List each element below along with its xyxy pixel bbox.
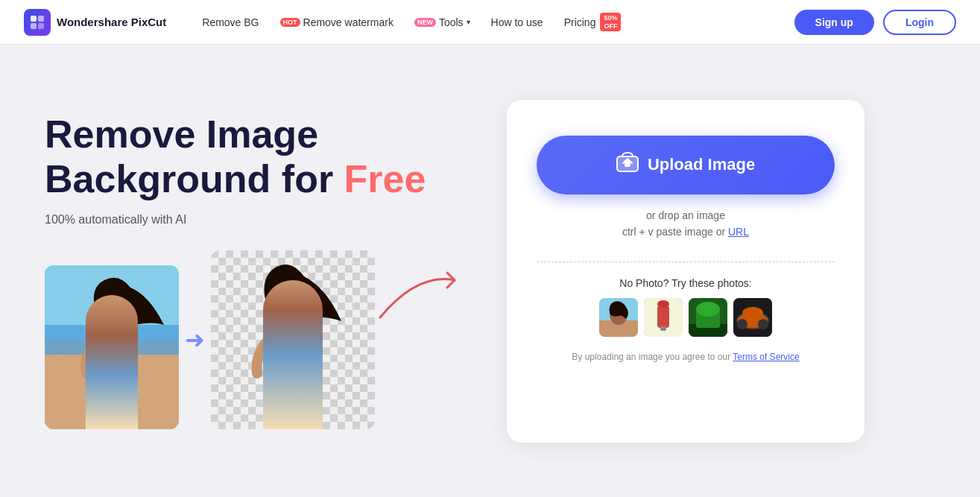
arrow-right-icon: ➜ [185,326,205,354]
chevron-down-icon: ▾ [467,18,470,26]
no-photo-text: No Photo? Try these photos: [619,277,751,289]
sample-photos [599,298,772,337]
svg-rect-1 [38,16,44,22]
login-button[interactable]: Login [883,10,956,35]
paste-text: ctrl + v paste image or URL [622,226,749,238]
hero-section: Remove Image Background for Free 100% au… [0,45,980,497]
divider [537,262,835,262]
new-badge: NEW [414,18,436,27]
demo-processed-image [211,250,375,429]
svg-rect-6 [45,355,179,429]
sample-photo-4[interactable] [733,298,772,337]
nav-links: Remove BG HOT Remove watermark NEW Tools… [202,13,770,32]
upload-image-button[interactable]: Upload Image [537,136,835,194]
sample-photo-3[interactable] [689,298,727,337]
pricing-discount-badge: 50% OFF [600,13,621,32]
upload-panel: Upload Image or drop an image ctrl + v p… [507,100,864,443]
logo[interactable]: Wondershare PixCut [24,9,166,36]
demo-area: ➜ [45,250,477,429]
signup-button[interactable]: Sign up [794,10,874,35]
svg-point-29 [696,302,720,317]
nav-how-to-use[interactable]: How to use [491,16,543,28]
svg-point-33 [737,319,747,329]
nav-remove-bg[interactable]: Remove BG [202,16,259,28]
nav-tools[interactable]: NEW Tools ▾ [414,16,470,28]
svg-point-24 [657,300,669,308]
drop-text: or drop an image [646,209,725,221]
curved-arrow-decoration [373,265,462,325]
svg-rect-8 [98,335,125,380]
svg-rect-3 [38,23,44,29]
svg-point-14 [266,288,305,332]
upload-icon [616,152,639,178]
navbar: Wondershare PixCut Remove BG HOT Remove … [0,0,980,45]
svg-point-35 [742,307,763,319]
hero-left: Remove Image Background for Free 100% au… [45,113,477,430]
logo-text: Wondershare PixCut [57,16,166,28]
nav-actions: Sign up Login [794,10,956,35]
svg-rect-2 [31,23,37,29]
terms-link[interactable]: Terms of Service [733,352,799,362]
svg-point-34 [758,319,768,329]
svg-point-7 [95,298,128,337]
sample-photo-2[interactable] [644,298,683,337]
demo-original-image [45,265,179,429]
svg-rect-0 [31,16,37,22]
svg-rect-23 [657,306,669,328]
nav-remove-watermark[interactable]: HOT Remove watermark [280,16,393,28]
nav-pricing[interactable]: Pricing 50% OFF [564,13,622,32]
svg-rect-15 [272,331,300,383]
svg-rect-25 [660,326,666,331]
url-link[interactable]: URL [728,226,749,238]
terms-text: By uploading an image you agree to our T… [572,352,799,362]
hot-badge: HOT [280,18,300,27]
sample-photo-1[interactable] [599,298,638,337]
logo-icon [24,9,51,36]
hero-subtitle: 100% automatically with AI [45,213,477,227]
hero-title: Remove Image Background for Free [45,113,477,202]
